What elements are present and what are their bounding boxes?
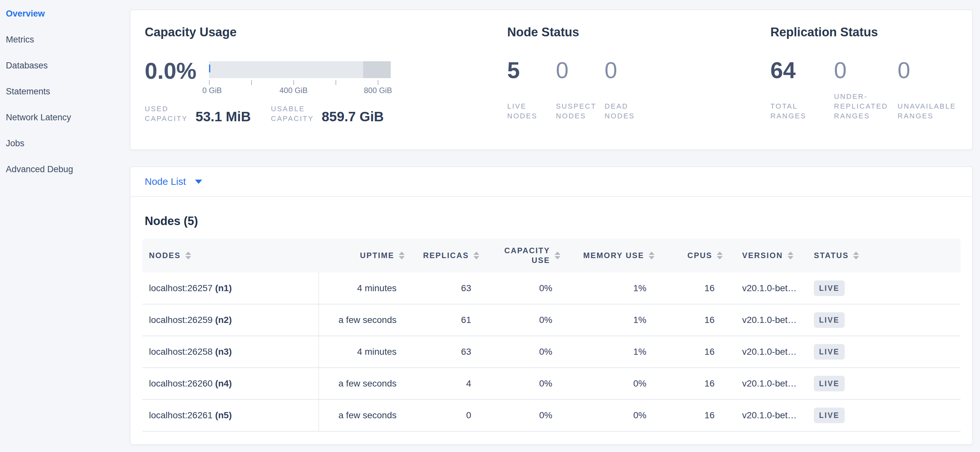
capacity-axis-labels: 0 GiB 400 GiB 800 GiB [209, 85, 393, 95]
capacity-use-cell: 0% [494, 336, 575, 368]
replicas-cell: 0 [419, 400, 494, 431]
status-badge: LIVE [814, 408, 845, 423]
sidebar-item-network-latency[interactable]: Network Latency [6, 112, 130, 123]
live-nodes-stat: 5 LIVE NODES [507, 61, 556, 121]
column-header-status[interactable]: STATUS [812, 239, 961, 272]
memory-use-cell: 1% [575, 304, 669, 336]
capacity-use-cell: 0% [494, 368, 575, 400]
cpus-cell: 16 [669, 272, 737, 304]
cpus-cell: 16 [669, 368, 737, 400]
dead-nodes-stat: 0 DEAD NODES [605, 61, 653, 121]
status-badge: LIVE [814, 281, 845, 296]
memory-use-cell: 1% [575, 272, 669, 304]
sidebar-item-overview[interactable]: Overview [6, 8, 130, 19]
sidebar: Overview Metrics Databases Statements Ne… [0, 0, 130, 190]
sidebar-item-jobs[interactable]: Jobs [6, 138, 130, 149]
total-ranges-stat: 64 TOTAL RANGES [770, 61, 834, 121]
suspect-nodes-value: 0 [556, 61, 605, 79]
column-header-cpus[interactable]: CPUS [669, 239, 737, 272]
table-row-node-4[interactable]: localhost:26260 (n4) a few seconds 4 0% … [142, 368, 961, 400]
sidebar-item-metrics[interactable]: Metrics [6, 34, 130, 45]
total-ranges-value: 64 [770, 61, 834, 79]
table-row-node-5[interactable]: localhost:26261 (n5) a few seconds 0 0% … [142, 400, 961, 431]
status-cell: LIVE [812, 304, 961, 336]
sort-icon [185, 252, 191, 259]
sort-icon [853, 252, 859, 259]
table-row-node-1[interactable]: localhost:26257 (n1) 4 minutes 63 0% 1% … [142, 272, 961, 304]
table-row-node-3[interactable]: localhost:26258 (n3) 4 minutes 63 0% 1% … [142, 336, 961, 368]
memory-use-cell: 1% [575, 336, 669, 368]
node-status-section: Node Status 5 LIVE NODES 0 SUSPECT NODES [493, 10, 756, 149]
replicas-cell: 63 [419, 336, 494, 368]
sort-icon [555, 252, 560, 259]
cpus-cell: 16 [669, 336, 737, 368]
version-cell: v20.1.0-bet… [737, 272, 812, 304]
node-list-dropdown[interactable]: Node List [145, 176, 202, 187]
column-header-nodes[interactable]: NODES [142, 239, 319, 272]
sidebar-item-advanced-debug[interactable]: Advanced Debug [6, 164, 130, 175]
column-header-memory-use[interactable]: MEMORY USE [575, 239, 669, 272]
uptime-cell: 4 minutes [319, 336, 419, 368]
replicas-cell: 63 [419, 272, 494, 304]
axis-label-400gib: 400 GiB [279, 86, 308, 95]
version-cell: v20.1.0-bet… [737, 304, 812, 336]
sort-icon [473, 252, 479, 259]
column-header-capacity-use[interactable]: CAPACITY USE [494, 239, 575, 272]
axis-tick [251, 80, 252, 85]
node-status-title: Node Status [507, 24, 756, 40]
total-ranges-label: TOTAL RANGES [770, 92, 834, 121]
replicas-cell: 4 [419, 368, 494, 400]
under-replicated-label: UNDER- REPLICATED RANGES [834, 92, 897, 121]
node-address-cell[interactable]: localhost:26261 (n5) [142, 400, 319, 431]
node-list-header: Node List [130, 167, 972, 197]
sidebar-item-databases[interactable]: Databases [6, 60, 130, 71]
node-status-stats: 5 LIVE NODES 0 SUSPECT NODES 0 [507, 61, 756, 121]
live-nodes-value: 5 [507, 61, 556, 79]
nodes-table-header-row: NODES UPTIME REPLICAS CAPACIT [142, 239, 961, 272]
under-replicated-stat: 0 UNDER- REPLICATED RANGES [834, 61, 897, 121]
column-header-replicas[interactable]: REPLICAS [419, 239, 494, 272]
used-capacity-label: USED CAPACITY [145, 104, 188, 124]
uptime-cell: a few seconds [319, 304, 419, 336]
replication-status-title: Replication Status [770, 24, 972, 40]
memory-use-cell: 0% [575, 400, 669, 431]
node-address-cell[interactable]: localhost:26259 (n2) [142, 304, 319, 336]
capacity-usage-chart: 0.0% 0 GiB 400 GiB [145, 61, 493, 95]
table-row-node-2[interactable]: localhost:26259 (n2) a few seconds 61 0%… [142, 304, 961, 336]
under-replicated-value: 0 [834, 61, 897, 79]
node-list-dropdown-label: Node List [145, 176, 186, 187]
column-header-version[interactable]: VERSION [737, 239, 812, 272]
status-cell: LIVE [812, 400, 961, 431]
capacity-use-cell: 0% [494, 304, 575, 336]
unavailable-ranges-label: UNAVAILABLE RANGES [897, 92, 961, 121]
usable-capacity-value: 859.7 GiB [321, 110, 383, 124]
replication-status-section: Replication Status 64 TOTAL RANGES 0 UND… [756, 10, 972, 149]
node-address-cell[interactable]: localhost:26258 (n3) [142, 336, 319, 368]
axis-tick [209, 80, 210, 85]
sidebar-item-statements[interactable]: Statements [6, 86, 130, 97]
status-cell: LIVE [812, 336, 961, 368]
sort-icon [717, 252, 723, 259]
status-badge: LIVE [814, 344, 845, 360]
dead-nodes-value: 0 [605, 61, 653, 79]
sort-icon [788, 252, 794, 259]
capacity-stats: USED CAPACITY 53.1 MiB USABLE CAPACITY 8… [145, 104, 493, 124]
status-badge: LIVE [814, 376, 845, 392]
node-address-cell[interactable]: localhost:26260 (n4) [142, 368, 319, 400]
cpus-cell: 16 [669, 304, 737, 336]
capacity-use-cell: 0% [494, 400, 575, 431]
cpus-cell: 16 [669, 400, 737, 431]
status-cell: LIVE [812, 272, 961, 304]
version-cell: v20.1.0-bet… [737, 400, 812, 431]
version-cell: v20.1.0-bet… [737, 336, 812, 368]
replicas-cell: 61 [419, 304, 494, 336]
capacity-usage-title: Capacity Usage [145, 24, 493, 40]
capacity-use-cell: 0% [494, 272, 575, 304]
used-capacity-value: 53.1 MiB [195, 110, 251, 124]
node-address-cell[interactable]: localhost:26257 (n1) [142, 272, 319, 304]
sort-icon [399, 252, 405, 259]
capacity-usage-section: Capacity Usage 0.0% [130, 10, 493, 149]
column-header-uptime[interactable]: UPTIME [319, 239, 419, 272]
unavailable-ranges-stat: 0 UNAVAILABLE RANGES [897, 61, 961, 121]
live-nodes-label: LIVE NODES [507, 92, 556, 121]
